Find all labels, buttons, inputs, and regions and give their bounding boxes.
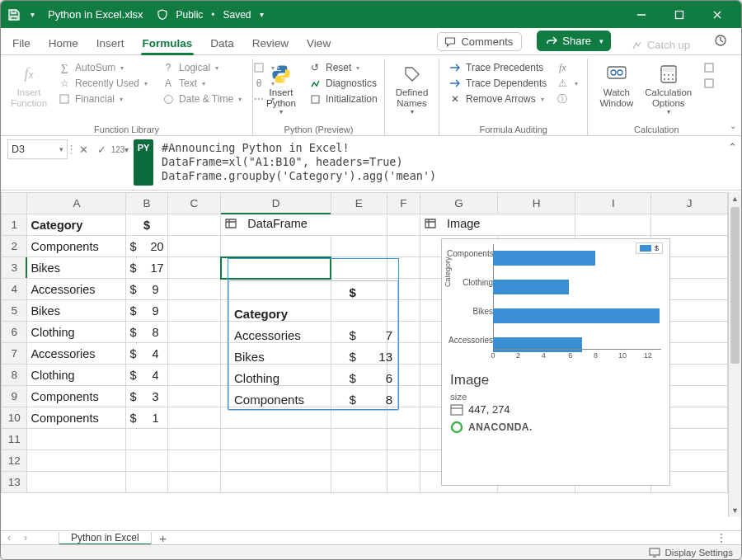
- cell-D3[interactable]: [221, 257, 331, 279]
- defined-names-button[interactable]: Defined Names ▾: [391, 60, 434, 118]
- ribbon-collapse-icon[interactable]: ⌄: [725, 59, 741, 135]
- initialization-button[interactable]: Initialization: [306, 92, 379, 106]
- version-history-icon[interactable]: [710, 30, 731, 51]
- col-G[interactable]: G: [420, 193, 498, 214]
- expand-formula-icon[interactable]: ⌃: [723, 136, 741, 190]
- close-button[interactable]: [698, 1, 736, 28]
- cell-B8[interactable]: $ 4: [126, 365, 167, 386]
- row-11[interactable]: 11: [2, 429, 27, 450]
- row-6[interactable]: 6: [2, 322, 27, 343]
- visibility-label[interactable]: Public: [176, 9, 204, 21]
- scroll-down-icon[interactable]: ▼: [729, 504, 741, 517]
- sheet-more-icon[interactable]: ⋮: [716, 532, 726, 544]
- scroll-up-icon[interactable]: ▲: [729, 192, 741, 205]
- cell-A8[interactable]: Clothing: [27, 365, 126, 386]
- diagnostics-button[interactable]: Diagnostics: [306, 76, 379, 91]
- row-7[interactable]: 7: [2, 343, 27, 365]
- quickaccess-dropdown-icon[interactable]: ▾: [27, 10, 38, 19]
- cell-D1[interactable]: DataFrame: [221, 214, 387, 236]
- error-check-icon[interactable]: ⚠▾: [553, 76, 580, 91]
- row-12[interactable]: 12: [2, 450, 27, 472]
- row-4[interactable]: 4: [2, 279, 27, 300]
- row-8[interactable]: 8: [2, 365, 27, 386]
- worksheet[interactable]: A B C D E F G H I J 1 Category $ DataFra…: [1, 192, 741, 530]
- remove-arrows-button[interactable]: ✕Remove Arrows▾: [446, 92, 548, 106]
- col-C[interactable]: C: [167, 193, 221, 214]
- cell-B6[interactable]: $ 8: [126, 322, 167, 343]
- col-E[interactable]: E: [331, 193, 387, 214]
- tab-data[interactable]: Data: [209, 32, 236, 54]
- cell-F1[interactable]: [387, 214, 420, 236]
- col-A[interactable]: A: [27, 193, 126, 214]
- col-H[interactable]: H: [498, 193, 575, 214]
- col-D[interactable]: D: [221, 193, 331, 214]
- recently-used-button[interactable]: ☆Recently Used▾: [55, 76, 149, 91]
- sheet-next-icon[interactable]: ›: [17, 532, 34, 544]
- cell-A10[interactable]: Components: [27, 407, 126, 429]
- tab-formulas[interactable]: Formulas: [141, 32, 195, 54]
- cell-B4[interactable]: $ 9: [126, 279, 167, 300]
- scroll-thumb[interactable]: [730, 207, 740, 364]
- row-1[interactable]: 1: [2, 214, 27, 236]
- trace-precedents-button[interactable]: Trace Precedents: [446, 60, 548, 75]
- col-B[interactable]: B: [126, 193, 167, 214]
- display-settings-button[interactable]: Display Settings: [665, 548, 733, 558]
- maximize-button[interactable]: [660, 1, 698, 28]
- enter-formula-icon[interactable]: ✓: [92, 139, 110, 159]
- name-box[interactable]: D3▾: [7, 139, 68, 159]
- autosum-button[interactable]: ∑AutoSum▾: [55, 60, 149, 75]
- col-I[interactable]: I: [575, 193, 651, 214]
- cell-A4[interactable]: Accessories: [27, 279, 126, 300]
- cell-B10[interactable]: $ 1: [126, 407, 167, 429]
- minimize-button[interactable]: [622, 1, 660, 28]
- cell-A7[interactable]: Accessories: [27, 343, 126, 365]
- evaluate-icon[interactable]: ⓘ: [553, 92, 580, 106]
- share-button[interactable]: Share▾: [537, 31, 611, 51]
- cell-B1[interactable]: $: [126, 214, 167, 236]
- tab-insert[interactable]: Insert: [95, 32, 126, 54]
- cell-A9[interactable]: Components: [27, 386, 126, 407]
- financial-button[interactable]: Financial▾: [55, 92, 149, 106]
- show-formulas-icon[interactable]: fx: [553, 60, 580, 75]
- calc-sheet-icon[interactable]: [700, 76, 718, 91]
- add-sheet-button[interactable]: +: [152, 531, 175, 545]
- tab-review[interactable]: Review: [251, 32, 290, 54]
- cell-A1[interactable]: Category: [27, 214, 126, 236]
- cell-A3[interactable]: Bikes: [27, 257, 126, 279]
- logical-button[interactable]: ?Logical▾: [159, 60, 243, 75]
- watch-window-button[interactable]: Watch Window: [594, 60, 638, 110]
- calc-options-button[interactable]: Calculation Options ▾: [640, 60, 697, 118]
- cell-B2[interactable]: $ 20: [126, 236, 167, 257]
- col-J[interactable]: J: [651, 193, 728, 214]
- calc-now-icon[interactable]: [700, 60, 718, 75]
- formula-input[interactable]: #Announcing Python in Excel! DataFrame=x…: [153, 136, 723, 190]
- col-F[interactable]: F: [387, 193, 420, 214]
- row-13[interactable]: 13: [2, 472, 27, 493]
- cell-J1[interactable]: [651, 214, 728, 236]
- select-all-corner[interactable]: [2, 193, 27, 214]
- row-10[interactable]: 10: [2, 407, 27, 429]
- cell-B7[interactable]: $ 4: [126, 343, 167, 365]
- comments-button[interactable]: Comments: [437, 32, 522, 51]
- reset-button[interactable]: ↺Reset▾: [306, 60, 379, 75]
- cell-G1[interactable]: Image: [420, 214, 575, 236]
- cell-A2[interactable]: Components: [27, 236, 126, 257]
- save-icon[interactable]: [6, 7, 22, 23]
- insert-python-button[interactable]: Insert Python ▾: [260, 60, 303, 118]
- save-state[interactable]: Saved: [223, 9, 251, 21]
- text-button[interactable]: AText▾: [159, 76, 243, 91]
- cell-B3[interactable]: $ 17: [126, 257, 167, 279]
- cell-A6[interactable]: Clothing: [27, 322, 126, 343]
- row-3[interactable]: 3: [2, 257, 27, 279]
- row-5[interactable]: 5: [2, 300, 27, 322]
- cell-I1[interactable]: [575, 214, 651, 236]
- cell-B5[interactable]: $ 9: [126, 300, 167, 322]
- row-9[interactable]: 9: [2, 386, 27, 407]
- tab-home[interactable]: Home: [47, 32, 80, 54]
- tab-view[interactable]: View: [305, 32, 332, 54]
- tab-file[interactable]: File: [11, 32, 32, 54]
- cancel-formula-icon[interactable]: ✕: [74, 139, 92, 159]
- cell-B9[interactable]: $ 3: [126, 386, 167, 407]
- cell-A5[interactable]: Bikes: [27, 300, 126, 322]
- datetime-button[interactable]: Date & Time▾: [159, 92, 243, 106]
